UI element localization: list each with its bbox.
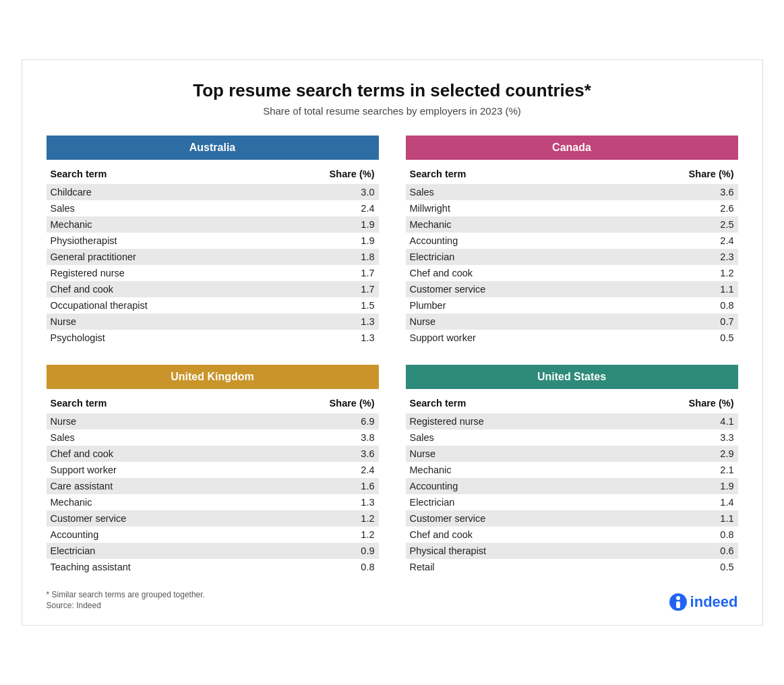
share-cell: 0.9	[253, 543, 378, 559]
share-cell: 2.9	[609, 446, 737, 462]
share-cell: 3.0	[267, 184, 378, 200]
indeed-logo-icon	[669, 593, 688, 612]
table-row: Mechanic1.3	[47, 494, 379, 510]
term-cell: Childcare	[47, 184, 268, 200]
table-row: Nurse6.9	[47, 413, 379, 429]
share-cell: 1.7	[267, 265, 378, 281]
share-cell: 1.1	[609, 510, 737, 527]
table-row: Accounting2.4	[406, 233, 738, 249]
country-section-uk: United KingdomSearch termShare (%)Nurse6…	[47, 365, 379, 575]
term-cell: Registered nurse	[47, 265, 268, 281]
term-cell: Physiotherapist	[47, 233, 268, 249]
table-row: Psychologist1.3	[47, 330, 379, 346]
footer-source: Source: Indeed	[47, 601, 205, 610]
term-cell: Sales	[47, 429, 254, 446]
share-cell: 3.6	[253, 446, 378, 462]
tables-grid: AustraliaSearch termShare (%)Childcare3.…	[47, 136, 738, 575]
term-cell: Chef and cook	[406, 265, 609, 281]
col-term-us: Search term	[406, 394, 610, 413]
share-cell: 2.4	[267, 200, 378, 216]
table-row: Sales3.3	[406, 429, 738, 446]
term-cell: Electrician	[406, 249, 609, 265]
country-section-canada: CanadaSearch termShare (%)Sales3.6Millwr…	[406, 136, 738, 346]
indeed-text: indeed	[690, 593, 738, 611]
share-cell: 1.2	[253, 510, 378, 527]
term-cell: Psychologist	[47, 330, 268, 346]
share-cell: 1.8	[267, 249, 378, 265]
share-cell: 1.9	[267, 233, 378, 249]
table-row: Electrician1.4	[406, 494, 738, 510]
country-header-canada: Canada	[406, 136, 738, 160]
term-cell: Sales	[406, 184, 609, 200]
share-cell: 2.4	[253, 462, 378, 478]
term-cell: Nurse	[47, 413, 254, 429]
share-cell: 6.9	[253, 413, 378, 429]
main-card: Top resume search terms in selected coun…	[22, 59, 763, 626]
footer: * Similar search terms are grouped toget…	[47, 590, 738, 612]
table-row: Occupational therapist1.5	[47, 297, 379, 314]
share-cell: 3.8	[253, 429, 378, 446]
term-cell: Retail	[406, 559, 610, 575]
svg-rect-2	[676, 601, 680, 608]
term-cell: Nurse	[47, 314, 268, 330]
term-cell: Chef and cook	[406, 527, 610, 543]
table-row: Electrician2.3	[406, 249, 738, 265]
table-row: Plumber0.8	[406, 297, 738, 314]
share-cell: 2.6	[609, 200, 738, 216]
indeed-logo: indeed	[669, 593, 738, 612]
table-row: Chef and cook3.6	[47, 446, 379, 462]
table-row: Customer service1.1	[406, 281, 738, 297]
term-cell: Chef and cook	[47, 446, 254, 462]
term-cell: Customer service	[406, 281, 609, 297]
svg-point-1	[676, 596, 680, 600]
share-cell: 3.6	[609, 184, 738, 200]
share-cell: 2.1	[609, 462, 737, 478]
table-row: Support worker2.4	[47, 462, 379, 478]
col-share-australia: Share (%)	[267, 165, 378, 184]
table-row: Care assistant1.6	[47, 478, 379, 494]
col-share-uk: Share (%)	[253, 394, 378, 413]
share-cell: 1.2	[609, 265, 738, 281]
table-row: Physical therapist0.6	[406, 543, 738, 559]
table-row: Nurse1.3	[47, 314, 379, 330]
share-cell: 1.9	[609, 478, 737, 494]
term-cell: Plumber	[406, 297, 609, 314]
term-cell: Chef and cook	[47, 281, 268, 297]
table-uk: Search termShare (%)Nurse6.9Sales3.8Chef…	[47, 394, 379, 575]
term-cell: Nurse	[406, 446, 610, 462]
term-cell: Customer service	[406, 510, 610, 527]
share-cell: 2.5	[609, 216, 738, 233]
table-canada: Search termShare (%)Sales3.6Millwright2.…	[406, 165, 738, 346]
share-cell: 1.9	[267, 216, 378, 233]
term-cell: Customer service	[47, 510, 254, 527]
share-cell: 4.1	[609, 413, 737, 429]
table-row: Chef and cook1.7	[47, 281, 379, 297]
table-row: Sales3.6	[406, 184, 738, 200]
term-cell: Nurse	[406, 314, 609, 330]
share-cell: 1.1	[609, 281, 738, 297]
table-row: Mechanic2.5	[406, 216, 738, 233]
term-cell: Mechanic	[47, 494, 254, 510]
share-cell: 1.5	[267, 297, 378, 314]
share-cell: 0.5	[609, 330, 738, 346]
share-cell: 2.3	[609, 249, 738, 265]
col-term-uk: Search term	[47, 394, 254, 413]
page-title: Top resume search terms in selected coun…	[47, 80, 738, 101]
table-row: Physiotherapist1.9	[47, 233, 379, 249]
term-cell: General practitioner	[47, 249, 268, 265]
term-cell: Accounting	[406, 233, 609, 249]
table-row: Nurse0.7	[406, 314, 738, 330]
term-cell: Support worker	[406, 330, 609, 346]
term-cell: Accounting	[406, 478, 610, 494]
table-row: Accounting1.9	[406, 478, 738, 494]
country-header-australia: Australia	[47, 136, 379, 160]
col-share-us: Share (%)	[609, 394, 737, 413]
table-row: General practitioner1.8	[47, 249, 379, 265]
share-cell: 0.7	[609, 314, 738, 330]
share-cell: 1.3	[253, 494, 378, 510]
table-row: Registered nurse1.7	[47, 265, 379, 281]
country-header-uk: United Kingdom	[47, 365, 379, 389]
table-row: Electrician0.9	[47, 543, 379, 559]
table-row: Chef and cook0.8	[406, 527, 738, 543]
country-header-us: United States	[406, 365, 738, 389]
